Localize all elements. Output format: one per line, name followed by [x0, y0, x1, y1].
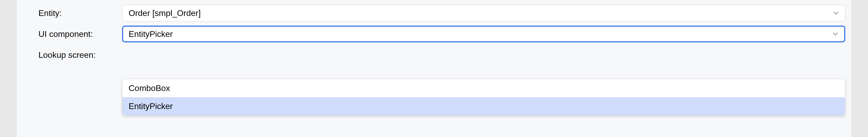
chevron-down-icon: [833, 32, 838, 36]
ui-component-select-value: EntityPicker: [129, 29, 173, 39]
ui-component-dropdown: ComboBox EntityPicker: [122, 79, 845, 115]
row-ui-component: UI component: EntityPicker: [23, 24, 845, 44]
form-panel: Entity: Order [smpl_Order] UI component:…: [16, 0, 852, 137]
entity-select[interactable]: Order [smpl_Order]: [122, 5, 845, 22]
ui-component-label: UI component:: [23, 29, 122, 39]
dropdown-item-entitypicker[interactable]: EntityPicker: [122, 97, 845, 115]
row-entity: Entity: Order [smpl_Order]: [23, 0, 845, 24]
entity-select-value: Order [smpl_Order]: [129, 8, 201, 18]
dropdown-item-combobox[interactable]: ComboBox: [122, 79, 845, 97]
entity-label: Entity:: [23, 8, 122, 18]
chevron-down-icon: [834, 11, 839, 15]
lookup-screen-label: Lookup screen:: [23, 50, 122, 60]
row-lookup-screen: Lookup screen:: [23, 44, 845, 65]
ui-component-select[interactable]: EntityPicker: [122, 26, 845, 42]
